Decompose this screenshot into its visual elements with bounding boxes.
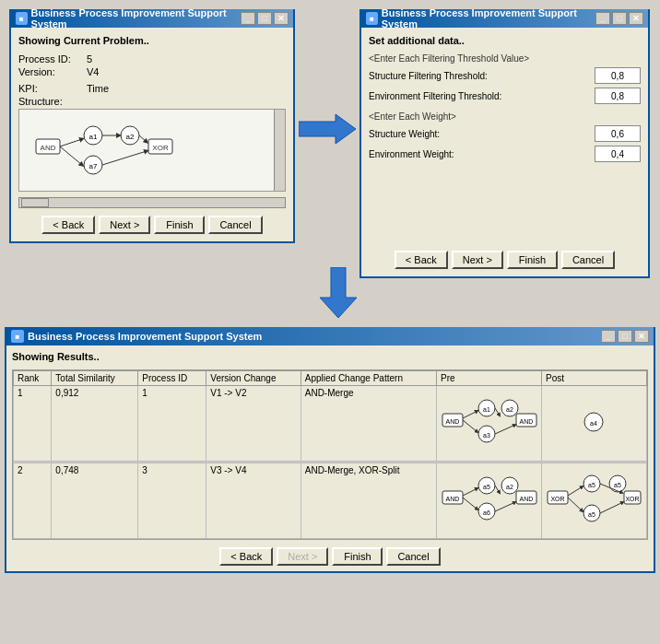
row2-versionchange: V3 -> V4 xyxy=(206,463,301,539)
env-filter-label: Environment Filtering Threshold: xyxy=(369,91,595,101)
window3-title: Business Process Improvement Support Sys… xyxy=(28,331,262,342)
titlebar-3: ■ Business Process Improvement Support S… xyxy=(6,327,654,345)
svg-text:a2: a2 xyxy=(506,484,513,490)
svg-text:AND: AND xyxy=(446,496,460,502)
svg-line-29 xyxy=(495,408,500,416)
col-processid: Process ID xyxy=(138,371,206,386)
row2-pattern: AND-Merge, XOR-Split xyxy=(301,463,436,539)
svg-line-44 xyxy=(463,498,477,509)
svg-line-10 xyxy=(60,139,82,146)
window2: ■ Business Process Improvement Support S… xyxy=(359,9,650,278)
svg-text:AND: AND xyxy=(446,418,460,425)
minimize-btn-3[interactable]: _ xyxy=(601,330,616,343)
titlebar-1: ■ Business Process Improvement Support S… xyxy=(11,9,293,28)
table-row: 1 0,912 1 V1 -> V2 AND-Merge AND a1 xyxy=(14,386,647,462)
row2-processid: 3 xyxy=(138,463,206,539)
table-row: 2 0,748 3 V3 -> V4 AND-Merge, XOR-Split … xyxy=(14,463,647,539)
window1: ■ Business Process Improvement Support S… xyxy=(9,9,295,243)
close-btn-1[interactable]: ✕ xyxy=(274,12,289,25)
back-btn-3[interactable]: < Back xyxy=(219,547,273,566)
cancel-btn-2[interactable]: Cancel xyxy=(561,251,615,269)
svg-line-45 xyxy=(495,486,500,493)
svg-text:AND: AND xyxy=(520,496,534,502)
row1-rank: 1 xyxy=(14,386,52,462)
results-table: Rank Total Similarity Process ID Version… xyxy=(13,370,647,539)
processid-value: 5 xyxy=(87,53,286,64)
app-icon-1: ■ xyxy=(16,12,28,25)
svg-marker-15 xyxy=(299,114,356,144)
row2-post-diagram: XOR a5 a5 a5 XOR xyxy=(542,463,647,539)
row1-versionchange: V1 -> V2 xyxy=(206,386,301,462)
next-btn-1[interactable]: Next > xyxy=(99,216,150,234)
process-diagram-svg: AND a1 a2 a7 XOR xyxy=(19,110,268,191)
processid-label: Process ID: xyxy=(18,53,83,64)
version-value: V4 xyxy=(87,66,286,77)
env-weight-input[interactable] xyxy=(595,146,641,162)
svg-line-14 xyxy=(102,151,147,165)
svg-text:a1: a1 xyxy=(483,406,490,413)
cancel-btn-1[interactable]: Cancel xyxy=(208,216,262,234)
finish-btn-2[interactable]: Finish xyxy=(507,251,558,269)
structure-filter-input[interactable] xyxy=(595,67,641,84)
finish-btn-1[interactable]: Finish xyxy=(154,216,205,234)
row1-pattern: AND-Merge xyxy=(301,386,436,462)
svg-text:a2: a2 xyxy=(126,133,135,141)
row2-similarity: 0,748 xyxy=(52,463,138,539)
back-btn-2[interactable]: < Back xyxy=(395,251,448,269)
svg-line-57 xyxy=(568,486,583,496)
svg-line-30 xyxy=(495,425,515,434)
minimize-btn-1[interactable]: _ xyxy=(241,12,255,25)
svg-marker-16 xyxy=(320,267,357,318)
back-btn-1[interactable]: < Back xyxy=(41,216,95,234)
structure-weight-input[interactable] xyxy=(595,125,641,142)
window3-subtitle: Showing Results.. xyxy=(12,351,648,362)
svg-text:AND: AND xyxy=(520,418,534,425)
svg-text:XOR: XOR xyxy=(152,144,169,152)
row2-rank: 2 xyxy=(14,463,52,539)
col-post: Post xyxy=(542,371,647,386)
svg-text:a4: a4 xyxy=(590,420,597,427)
row1-similarity: 0,912 xyxy=(52,386,138,462)
svg-line-28 xyxy=(463,420,477,432)
finish-btn-3[interactable]: Finish xyxy=(332,547,383,566)
kpi-value: Time xyxy=(87,83,286,94)
svg-text:a6: a6 xyxy=(483,509,490,516)
app-icon-3: ■ xyxy=(11,330,24,343)
svg-text:a1: a1 xyxy=(89,133,98,141)
process-diagram-canvas: AND a1 a2 a7 XOR xyxy=(18,109,286,192)
svg-line-58 xyxy=(568,498,583,511)
col-pre: Pre xyxy=(437,371,542,386)
maximize-btn-1[interactable]: □ xyxy=(257,12,272,25)
row1-processid: 1 xyxy=(138,386,206,462)
cancel-btn-3[interactable]: Cancel xyxy=(386,547,440,566)
window2-title: Business Process Improvement Support Sys… xyxy=(382,7,595,29)
svg-line-60 xyxy=(600,502,623,513)
next-btn-3[interactable]: Next > xyxy=(277,547,328,566)
maximize-btn-3[interactable]: □ xyxy=(618,330,632,343)
env-filter-input[interactable] xyxy=(595,88,641,104)
row1-pre-diagram: AND a1 a2 a3 AND xyxy=(437,386,542,462)
svg-line-46 xyxy=(495,502,515,511)
svg-text:a5: a5 xyxy=(483,484,490,490)
structure-value xyxy=(87,96,286,107)
close-btn-3[interactable]: ✕ xyxy=(634,330,649,343)
structure-filter-label: Structure Filtering Threshold: xyxy=(369,71,595,81)
svg-line-43 xyxy=(463,488,477,496)
next-btn-2[interactable]: Next > xyxy=(452,251,503,269)
col-rank: Rank xyxy=(14,371,52,386)
svg-text:AND: AND xyxy=(41,144,56,152)
maximize-btn-2[interactable]: □ xyxy=(612,12,627,25)
filter-section-label: <Enter Each Filtering Threshold Value> xyxy=(369,53,641,64)
svg-text:XOR: XOR xyxy=(550,496,564,502)
arrow-right xyxy=(299,111,356,147)
results-table-container[interactable]: Rank Total Similarity Process ID Version… xyxy=(12,369,648,540)
svg-line-27 xyxy=(463,411,477,418)
svg-text:a5: a5 xyxy=(588,482,595,488)
app-icon-2: ■ xyxy=(366,12,378,25)
titlebar-2: ■ Business Process Improvement Support S… xyxy=(361,9,648,28)
structure-label: Structure: xyxy=(18,96,83,107)
close-btn-2[interactable]: ✕ xyxy=(629,12,643,25)
horizontal-scrollbar-1[interactable] xyxy=(18,197,286,208)
window1-subtitle: Showing Current Problem.. xyxy=(18,35,286,46)
minimize-btn-2[interactable]: _ xyxy=(595,12,610,25)
